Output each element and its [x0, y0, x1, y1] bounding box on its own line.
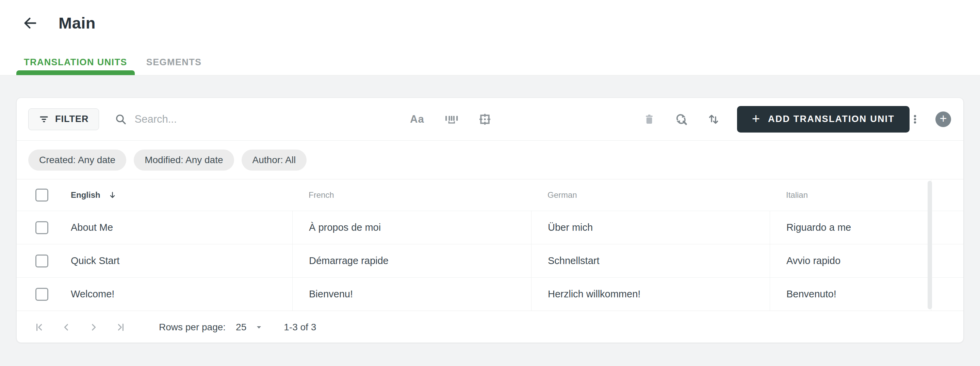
toolbar: FILTER Aa [17, 98, 963, 141]
cell-french[interactable]: Démarrage rapide [292, 244, 531, 277]
plus-icon: + [752, 112, 760, 125]
search-icon [115, 113, 127, 125]
row-checkbox[interactable] [35, 288, 48, 301]
last-page-icon [115, 322, 126, 333]
table-header-row: English French German Italian [17, 179, 963, 211]
arrow-left-icon [22, 15, 38, 31]
cell-text: About Me [71, 222, 113, 233]
cell-italian[interactable]: Benvenuto! [770, 278, 931, 311]
kebab-menu-icon [910, 114, 920, 125]
delete-button[interactable] [643, 113, 655, 125]
cell-italian[interactable]: Riguardo a me [770, 211, 931, 244]
column-header-french[interactable]: French [292, 179, 531, 211]
cell-english[interactable]: Welcome! [17, 278, 292, 311]
column-header-english[interactable]: English [17, 179, 292, 211]
pagination-bar: Rows per page: 25 1-3 of 3 [17, 311, 963, 343]
row-checkbox[interactable] [35, 221, 48, 234]
header-spacer-cell [931, 179, 964, 211]
page-title: Main [59, 14, 95, 32]
trash-icon [643, 113, 655, 125]
page-header: Main TRANSLATION UNITS SEGMENTS [0, 0, 980, 76]
search-option-icons: Aa [410, 112, 492, 126]
select-all-checkbox[interactable] [35, 189, 48, 201]
pagination-range: 1-3 of 3 [284, 322, 316, 333]
column-header-german[interactable]: German [531, 179, 770, 211]
column-header-label: English [71, 190, 100, 200]
cell-french[interactable]: Bienvenu! [292, 278, 531, 311]
row-spacer-cell [931, 211, 964, 244]
whole-word-icon [444, 114, 458, 125]
cell-french[interactable]: À propos de moi [292, 211, 531, 244]
more-options-button[interactable] [910, 114, 920, 125]
whole-word-button[interactable] [444, 114, 458, 125]
table-scrollbar[interactable] [928, 181, 932, 309]
rows-per-page-select[interactable]: 25 [236, 322, 263, 333]
sort-button[interactable] [707, 113, 720, 126]
previous-page-button[interactable] [57, 318, 75, 336]
find-replace-icon [675, 112, 688, 126]
chevron-left-icon [61, 322, 72, 333]
find-replace-button[interactable] [675, 112, 688, 126]
filter-button-label: FILTER [55, 114, 89, 124]
content-area: FILTER Aa [0, 76, 980, 366]
translation-units-card: FILTER Aa [16, 98, 964, 343]
caret-down-icon [255, 323, 263, 331]
filter-button[interactable]: FILTER [28, 108, 99, 130]
last-page-button[interactable] [112, 318, 130, 336]
chip-author[interactable]: Author: All [242, 149, 307, 171]
match-case-button[interactable]: Aa [410, 113, 424, 125]
cell-italian[interactable]: Avvio rapido [770, 244, 931, 277]
tab-bar: TRANSLATION UNITS SEGMENTS [16, 49, 209, 75]
chip-modified[interactable]: Modified: Any date [134, 149, 234, 171]
cell-text: Welcome! [71, 288, 115, 300]
plus-icon: + [940, 112, 947, 125]
cell-english[interactable]: About Me [17, 211, 292, 244]
tab-translation-units[interactable]: TRANSLATION UNITS [16, 49, 135, 75]
selection-frame-icon [478, 112, 492, 126]
cell-german[interactable]: Herzlich willkommen! [531, 278, 770, 311]
first-page-icon [34, 322, 45, 333]
next-page-button[interactable] [85, 318, 102, 336]
cell-german[interactable]: Schnellstart [531, 244, 770, 277]
exact-match-button[interactable] [478, 112, 492, 126]
back-button[interactable] [21, 14, 39, 32]
search-input[interactable] [134, 113, 345, 125]
rows-per-page-label: Rows per page: [159, 322, 226, 333]
sort-desc-icon [108, 191, 117, 200]
table-row[interactable]: Quick Start Démarrage rapide Schnellstar… [17, 244, 963, 277]
row-checkbox[interactable] [35, 255, 48, 268]
cell-english[interactable]: Quick Start [17, 244, 292, 277]
row-spacer-cell [931, 278, 964, 311]
cell-text: Quick Start [71, 255, 119, 266]
column-header-italian[interactable]: Italian [770, 179, 931, 211]
table-row[interactable]: About Me À propos de moi Über mich Rigua… [17, 211, 963, 244]
translation-table: English French German Italian About Me À… [17, 179, 963, 311]
table-row[interactable]: Welcome! Bienvenu! Herzlich willkommen! … [17, 277, 963, 311]
rows-per-page-value: 25 [236, 322, 247, 333]
filter-chips-row: Created: Any date Modified: Any date Aut… [17, 141, 963, 179]
first-page-button[interactable] [30, 318, 48, 336]
add-column-button[interactable]: + [935, 111, 951, 127]
chevron-right-icon [88, 322, 99, 333]
cell-german[interactable]: Über mich [531, 211, 770, 244]
chip-created[interactable]: Created: Any date [28, 149, 126, 171]
search-box [115, 113, 345, 125]
add-translation-unit-button[interactable]: + ADD TRANSLATION UNIT [737, 106, 910, 133]
add-translation-unit-label: ADD TRANSLATION UNIT [768, 114, 894, 124]
tab-segments[interactable]: SEGMENTS [139, 49, 209, 75]
row-spacer-cell [931, 244, 964, 277]
toolbar-actions: + ADD TRANSLATION UNIT + [643, 106, 951, 133]
filter-icon [39, 114, 49, 124]
sort-arrows-icon [707, 113, 720, 126]
